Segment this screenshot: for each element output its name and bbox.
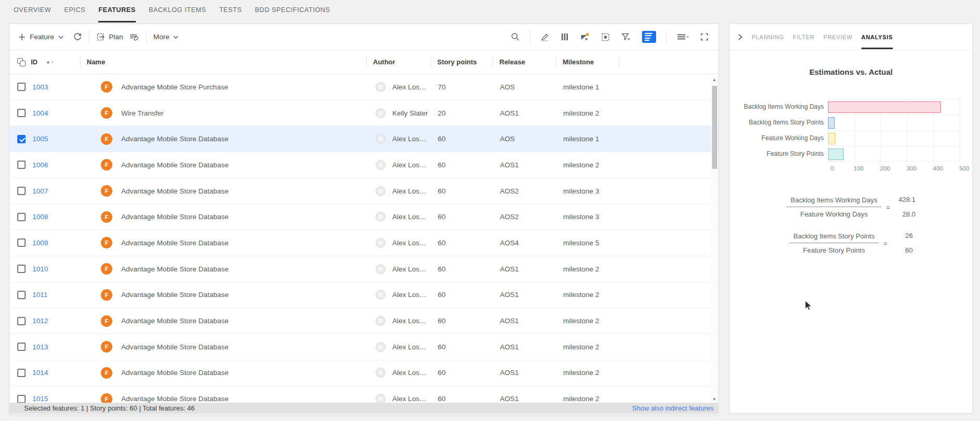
column-header-release[interactable]: Release bbox=[493, 56, 556, 68]
search-icon[interactable] bbox=[511, 32, 520, 41]
feature-id-link[interactable]: 1009 bbox=[32, 239, 48, 247]
select-region-icon[interactable] bbox=[601, 32, 610, 42]
feature-type-icon: F bbox=[101, 211, 112, 223]
column-header-story-points[interactable]: Story points bbox=[430, 56, 493, 68]
story-points-cell: 60 bbox=[430, 369, 493, 377]
author-cell: Alex Los… bbox=[366, 212, 430, 222]
ratio-numerator-value: 26 bbox=[892, 232, 913, 240]
table-row[interactable]: 1009FAdvantage Mobile Store DatabaseAlex… bbox=[9, 230, 718, 256]
story-points-cell: 60 bbox=[430, 291, 493, 299]
column-header-name[interactable]: Name bbox=[80, 56, 366, 68]
row-checkbox[interactable] bbox=[17, 395, 26, 403]
milestone-cell: milestone 2 bbox=[556, 369, 619, 377]
table-row[interactable]: 1003FAdvantage Mobile Store PurchaseAlex… bbox=[9, 74, 718, 100]
sort-indicator: ▲ ▼ bbox=[46, 60, 54, 64]
new-feature-label: Feature bbox=[30, 33, 54, 41]
row-checkbox[interactable] bbox=[17, 213, 26, 221]
column-header-author[interactable]: Author bbox=[366, 56, 430, 68]
column-header-milestone[interactable]: Milestone bbox=[556, 56, 619, 68]
row-checkbox[interactable] bbox=[17, 369, 26, 377]
nav-tab-bdd-specifications[interactable]: BDD SPECIFICATIONS bbox=[255, 6, 330, 24]
chevron-down-icon bbox=[58, 35, 64, 39]
show-indirect-features-link[interactable]: Show also indirect features bbox=[632, 404, 714, 412]
scroll-down-arrow[interactable]: ▼ bbox=[713, 397, 717, 402]
ratio-values: 26 60 bbox=[892, 232, 913, 254]
feature-id-link[interactable]: 1012 bbox=[32, 317, 48, 325]
panel-tab-analysis[interactable]: ANALYSIS bbox=[861, 34, 893, 40]
vertical-scrollbar[interactable]: ▲ ▼ bbox=[711, 76, 718, 403]
feature-id-link[interactable]: 1004 bbox=[32, 109, 48, 117]
feature-id-link[interactable]: 1005 bbox=[32, 135, 48, 143]
story-points-cell: 70 bbox=[430, 83, 493, 91]
table-row[interactable]: 1007FAdvantage Mobile Store DatabaseAlex… bbox=[9, 178, 718, 204]
row-checkbox[interactable] bbox=[17, 317, 26, 325]
feature-id-link[interactable]: 1007 bbox=[32, 187, 48, 195]
column-header-id[interactable]: ID ▲ ▼ bbox=[9, 56, 80, 68]
ratio-working-days: Backlog Items Working Days Feature Worki… bbox=[730, 196, 972, 218]
feature-id-link[interactable]: 1015 bbox=[32, 395, 48, 403]
author-cell: Alex Los… bbox=[366, 316, 430, 326]
nav-tab-tests[interactable]: TESTS bbox=[219, 6, 242, 24]
select-all-icon[interactable] bbox=[17, 58, 26, 66]
table-row[interactable]: 1010FAdvantage Mobile Store DatabaseAlex… bbox=[9, 256, 718, 282]
row-checkbox[interactable] bbox=[17, 238, 26, 247]
row-checkbox[interactable] bbox=[17, 265, 26, 273]
panel-tab-planning[interactable]: PLANNING bbox=[752, 34, 784, 40]
release-cell: AOS1 bbox=[493, 343, 556, 351]
story-points-cell: 60 bbox=[430, 265, 493, 273]
table-row[interactable]: 1013FAdvantage Mobile Store DatabaseAlex… bbox=[9, 334, 718, 360]
author-avatar bbox=[376, 212, 386, 222]
nav-tab-backlog-items[interactable]: BACKLOG ITEMS bbox=[149, 6, 206, 24]
panel-tab-preview[interactable]: PREVIEW bbox=[823, 34, 853, 40]
feature-id-link[interactable]: 1010 bbox=[32, 265, 48, 273]
table-row[interactable]: 1005FAdvantage Mobile Store DatabaseAlex… bbox=[9, 126, 718, 152]
id-cell: 1015 bbox=[9, 395, 80, 403]
column-header-empty bbox=[619, 56, 718, 68]
table-row[interactable]: 1004FWire TransferKelly Slater20AOS1mile… bbox=[9, 100, 718, 127]
author-avatar bbox=[376, 316, 386, 326]
refresh-icon[interactable] bbox=[73, 32, 82, 41]
feature-id-link[interactable]: 1003 bbox=[32, 83, 48, 91]
link-items-icon[interactable] bbox=[129, 32, 139, 41]
plan-button[interactable]: Plan bbox=[96, 32, 123, 41]
edit-icon[interactable] bbox=[540, 32, 550, 42]
new-feature-button[interactable]: Feature bbox=[18, 33, 64, 41]
scrollbar-thumb[interactable] bbox=[712, 86, 717, 169]
release-cell: AOS1 bbox=[493, 369, 556, 377]
feature-id-link[interactable]: 1014 bbox=[32, 369, 48, 377]
row-checkbox[interactable] bbox=[17, 187, 26, 195]
nav-tab-epics[interactable]: EPICS bbox=[64, 6, 86, 24]
table-row[interactable]: 1012FAdvantage Mobile Store DatabaseAlex… bbox=[9, 308, 718, 334]
nav-tab-features[interactable]: FEATURES bbox=[98, 6, 135, 24]
row-checkbox[interactable] bbox=[17, 343, 26, 351]
feature-id-link[interactable]: 1011 bbox=[32, 291, 48, 299]
row-checkbox[interactable] bbox=[17, 291, 26, 299]
panel-tab-filter[interactable]: FILTER bbox=[793, 34, 814, 40]
row-checkbox[interactable] bbox=[17, 83, 26, 91]
row-checkbox[interactable] bbox=[17, 161, 26, 169]
scroll-up-arrow[interactable]: ▲ bbox=[713, 78, 717, 82]
feature-id-link[interactable]: 1006 bbox=[32, 161, 48, 169]
feature-id-link[interactable]: 1008 bbox=[32, 213, 48, 221]
author-avatar bbox=[376, 108, 386, 118]
feature-id-link[interactable]: 1013 bbox=[32, 343, 48, 351]
feature-type-icon: F bbox=[101, 263, 112, 275]
nav-tab-overview[interactable]: OVERVIEW bbox=[14, 6, 51, 24]
filter-icon[interactable] bbox=[621, 32, 631, 41]
collapse-panel-icon[interactable] bbox=[737, 33, 744, 41]
table-row[interactable]: 1014FAdvantage Mobile Store DatabaseAlex… bbox=[9, 360, 718, 386]
row-checkbox[interactable] bbox=[17, 109, 26, 117]
row-density-icon[interactable] bbox=[676, 33, 689, 41]
quick-filter-icon[interactable] bbox=[580, 32, 590, 42]
columns-icon[interactable] bbox=[561, 32, 569, 41]
row-checkbox[interactable] bbox=[17, 135, 26, 143]
analysis-panel-icon[interactable] bbox=[642, 31, 656, 43]
feature-type-icon: F bbox=[101, 315, 112, 327]
ratio-denominator-value: 28.0 bbox=[894, 210, 915, 218]
author-cell: Alex Los… bbox=[366, 342, 430, 352]
more-button[interactable]: More bbox=[154, 33, 179, 41]
fullscreen-icon[interactable] bbox=[700, 32, 709, 41]
table-row[interactable]: 1008FAdvantage Mobile Store DatabaseAlex… bbox=[9, 204, 718, 230]
table-row[interactable]: 1006FAdvantage Mobile Store DatabaseAlex… bbox=[9, 152, 718, 178]
table-row[interactable]: 1011FAdvantage Mobile Store DatabaseAlex… bbox=[9, 282, 718, 309]
